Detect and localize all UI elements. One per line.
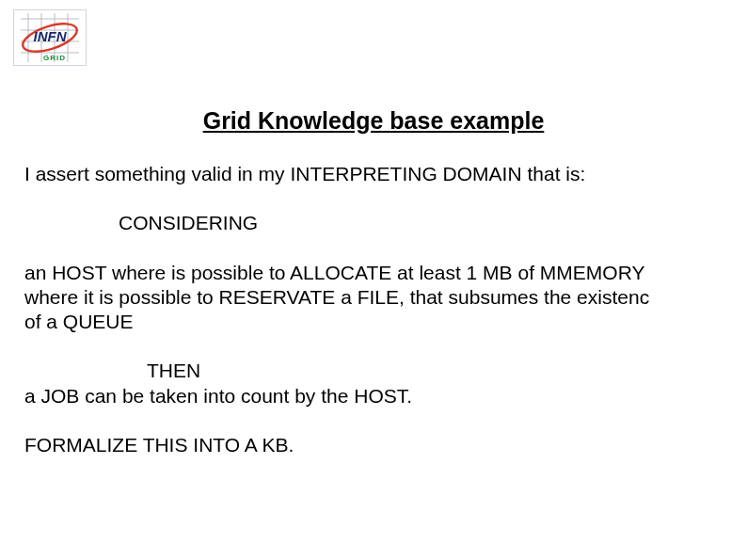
svg-text:GRID: GRID	[43, 54, 66, 62]
slide: INFN GRID Grid Knowledge base example I …	[0, 0, 747, 560]
then-text: THEN	[24, 359, 747, 383]
considering-text: CONSIDERING	[24, 211, 747, 235]
job-text: a JOB can be taken into count by the HOS…	[24, 384, 747, 408]
formalize-text: FORMALIZE THIS INTO A KB.	[24, 433, 747, 457]
host-text: an HOST where is possible to ALLOCATE at…	[24, 261, 747, 335]
slide-title: Grid Knowledge base example	[0, 107, 747, 135]
intro-text: I assert something valid in my INTERPRET…	[24, 162, 747, 186]
svg-text:INFN: INFN	[34, 28, 68, 44]
infn-grid-logo-icon: INFN GRID	[13, 9, 87, 66]
slide-body: I assert something valid in my INTERPRET…	[24, 162, 747, 457]
